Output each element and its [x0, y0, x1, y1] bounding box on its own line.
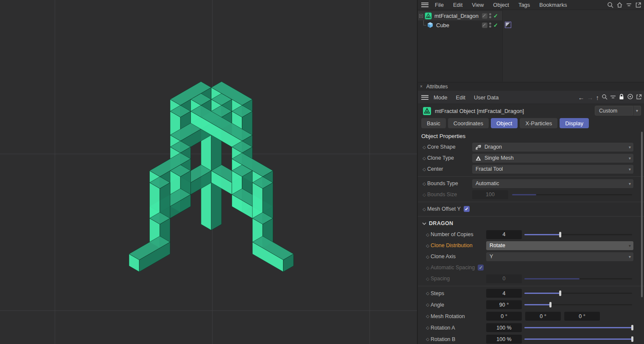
lock-icon[interactable] [619, 93, 624, 101]
bounds-size-input: 100 [472, 190, 508, 199]
tab-object[interactable]: Object [491, 118, 518, 128]
close-icon[interactable]: × [418, 84, 426, 89]
menu-tags[interactable]: Tags [515, 1, 534, 9]
enable-check-icon[interactable]: ✓ [493, 22, 498, 28]
divider [418, 284, 644, 288]
search-icon[interactable] [607, 2, 613, 8]
search-icon[interactable] [602, 94, 608, 101]
phong-tag-icon[interactable] [505, 22, 511, 28]
row-center: ◇ Center Fractal Tool▾ [418, 164, 644, 175]
application-window: File Edit View Object Tags Bookmarks [0, 0, 644, 344]
rotation-a-slider[interactable] [524, 327, 632, 328]
preset-dropdown[interactable]: Custom [595, 106, 633, 116]
chevron-down-icon: ▾ [629, 243, 631, 248]
hamburger-menu-icon[interactable] [421, 3, 428, 7]
tab-coordinates[interactable]: Coordinates [448, 118, 489, 128]
object-row-cube[interactable]: Cube ✓ [418, 20, 502, 30]
clone-type-dropdown[interactable]: Single Mesh▾ [472, 154, 633, 163]
preset-caret-icon[interactable]: ▾ [633, 106, 641, 116]
key-diamond-icon[interactable]: ◇ [425, 254, 431, 259]
key-diamond-icon[interactable]: ◇ [425, 325, 431, 330]
visibility-dots-icon[interactable] [489, 23, 491, 28]
key-diamond-icon[interactable]: ◇ [421, 145, 427, 149]
object-row-mtfractal-dragon[interactable]: mtFractal_Dragon ✓ [418, 11, 502, 20]
clone-distribution-dropdown[interactable]: Rotate▾ [486, 241, 633, 250]
key-diamond-icon[interactable]: ◇ [421, 181, 427, 186]
mesh-offset-y-checkbox[interactable]: ✓ [464, 206, 470, 212]
row-mesh-rotation: ◇ Mesh Rotation 0 ° 0 ° 0 ° [418, 310, 644, 322]
rotation-b-slider[interactable] [524, 338, 632, 340]
automatic-spacing-checkbox: ✓ [478, 265, 484, 271]
menu-view[interactable]: View [468, 1, 487, 9]
layer-toggle-icon[interactable] [482, 23, 487, 28]
center-dropdown[interactable]: Fractal Tool▾ [472, 165, 633, 174]
bounds-size-slider [512, 194, 632, 195]
row-steps: ◇ Steps 4 [418, 288, 644, 299]
viewport-3d[interactable] [0, 0, 417, 344]
steps-input[interactable]: 4 [486, 289, 522, 298]
key-diamond-icon[interactable]: ◇ [421, 156, 427, 161]
layer-toggle-icon[interactable] [482, 13, 487, 19]
up-arrow-icon[interactable]: ↑ [596, 94, 599, 101]
mesh-rotation-z-input[interactable]: 0 ° [564, 312, 600, 321]
visibility-dots-icon[interactable] [489, 13, 491, 18]
target-icon[interactable] [627, 93, 633, 101]
tab-display[interactable]: Display [560, 118, 589, 128]
fractal-dragon-mesh[interactable] [0, 0, 417, 344]
menu-mode[interactable]: Mode [429, 93, 452, 102]
chevron-down-icon [422, 221, 426, 226]
key-diamond-icon[interactable]: ◇ [425, 337, 431, 341]
key-diamond-icon[interactable]: ◇ [425, 314, 431, 319]
rotation-b-input[interactable]: 100 % [486, 335, 522, 344]
attributes-scrollbar[interactable] [641, 132, 643, 297]
menu-edit[interactable]: Edit [449, 1, 466, 9]
collapse-expander-icon[interactable] [419, 14, 423, 18]
mesh-rotation-y-input[interactable]: 0 ° [525, 312, 561, 321]
mesh-rotation-x-input[interactable]: 0 ° [486, 312, 522, 321]
tab-basic[interactable]: Basic [421, 118, 446, 128]
tree-branch-line [420, 20, 426, 30]
filter-icon[interactable] [626, 2, 632, 8]
key-diamond-icon[interactable]: ◇ [425, 243, 431, 248]
steps-slider[interactable] [524, 293, 632, 294]
angle-input[interactable]: 90 ° [486, 300, 522, 309]
menu-file[interactable]: File [431, 1, 448, 9]
key-diamond-icon[interactable]: ◇ [421, 167, 427, 172]
object-header: mtFractal Object [mtFractal_Dragon] Cust… [418, 104, 644, 117]
rotation-a-input[interactable]: 100 % [486, 323, 522, 332]
back-arrow-icon[interactable]: ← [578, 94, 585, 101]
menu-bookmarks[interactable]: Bookmarks [535, 1, 571, 9]
object-manager-tag-area [503, 10, 644, 82]
key-diamond-icon: ◇ [421, 192, 427, 197]
chevron-down-icon: ▾ [629, 254, 631, 259]
key-diamond-icon[interactable]: ◇ [425, 302, 431, 307]
angle-slider[interactable] [524, 304, 632, 305]
tab-x-particles[interactable]: X-Particles [520, 118, 557, 128]
clone-axis-dropdown[interactable]: Y▾ [486, 252, 633, 261]
bounds-type-dropdown[interactable]: Automatic▾ [472, 179, 633, 188]
copies-input[interactable]: 4 [486, 230, 522, 239]
dragon-curve-icon [476, 144, 481, 150]
menu-object[interactable]: Object [489, 1, 513, 9]
core-shape-dropdown[interactable]: Dragon▾ [472, 143, 633, 152]
key-diamond-icon[interactable]: ◇ [425, 232, 431, 237]
key-diamond-icon[interactable]: ◇ [425, 291, 431, 296]
dragon-section-header[interactable]: DRAGON [418, 218, 644, 229]
external-link-icon[interactable] [635, 2, 641, 8]
row-rotation-b: ◇ Rotation B 100 % [418, 333, 644, 344]
chevron-down-icon: ▾ [629, 181, 631, 186]
menu-user-data[interactable]: User Data [470, 93, 503, 102]
enable-check-icon[interactable]: ✓ [493, 13, 498, 19]
spacing-input: 0 [486, 274, 522, 283]
object-name[interactable]: mtFractal_Dragon [434, 13, 479, 19]
chevron-down-icon: ▾ [629, 167, 631, 172]
hamburger-menu-icon[interactable] [421, 95, 428, 100]
external-link-icon[interactable] [636, 94, 642, 101]
forward-arrow-icon[interactable]: → [587, 94, 594, 101]
filter-icon[interactable] [610, 94, 616, 101]
copies-slider[interactable] [524, 234, 632, 235]
key-diamond-icon[interactable]: ◇ [421, 207, 427, 211]
home-icon[interactable] [616, 2, 623, 8]
menu-edit[interactable]: Edit [452, 93, 470, 102]
object-name[interactable]: Cube [436, 22, 449, 28]
